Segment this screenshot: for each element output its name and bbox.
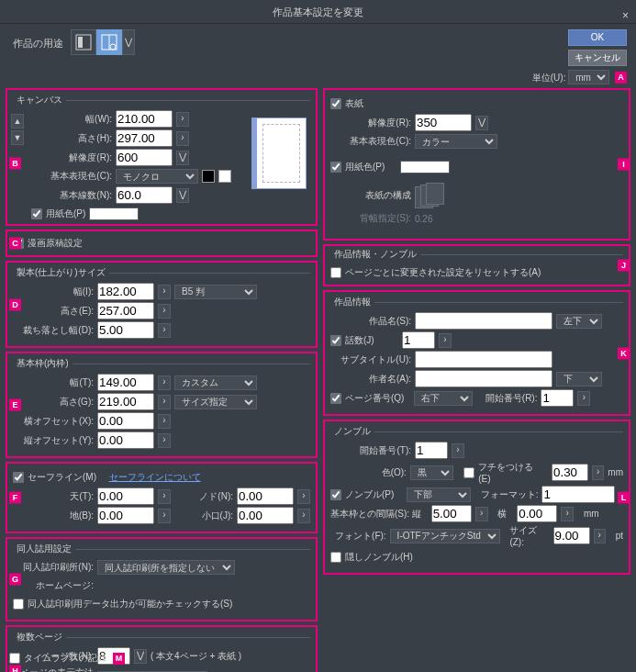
purpose-illustration-button[interactable]: [71, 29, 96, 55]
linew-step[interactable]: ⋁: [176, 188, 189, 203]
canvas-linewidth-input[interactable]: [116, 186, 173, 204]
printer-label: 同人誌印刷所(N):: [13, 561, 94, 574]
canvas-width-input[interactable]: [116, 110, 173, 128]
printer-select[interactable]: 同人誌印刷所を指定しない: [97, 560, 235, 575]
doujin-check-output[interactable]: [13, 599, 24, 610]
inner-w-step[interactable]: ›: [158, 375, 171, 390]
canvas-basecolor-select[interactable]: モノクロ: [116, 169, 198, 184]
nb-mm2: mm: [584, 509, 599, 519]
finish-w-step[interactable]: ›: [158, 285, 171, 299]
papercolor-label: 用紙色(P): [46, 207, 85, 220]
hoff-step[interactable]: ›: [158, 414, 171, 429]
inner-width-label: 幅(T):: [13, 376, 94, 389]
nb-font-select[interactable]: I-OTFアンチックStd B: [390, 529, 500, 543]
hoff-input[interactable]: [97, 412, 154, 430]
res-step[interactable]: ⋁: [176, 151, 189, 165]
rotate-down-button[interactable]: ▼: [11, 130, 24, 145]
purpose-comic-button[interactable]: [96, 29, 122, 55]
height-step[interactable]: ›: [176, 131, 189, 146]
papercolor-check[interactable]: [31, 208, 42, 219]
swatch-black[interactable]: [202, 170, 215, 183]
cover-res-input[interactable]: [415, 114, 472, 131]
nb-gaph-input[interactable]: [517, 505, 557, 522]
startno-step[interactable]: ›: [577, 391, 590, 406]
inner-height-label: 高さ(G):: [13, 396, 94, 409]
reset-perpage-check[interactable]: [330, 267, 341, 278]
safeline-link[interactable]: セーフラインについて: [109, 471, 201, 484]
koguchi-step[interactable]: ›: [297, 509, 310, 523]
cover-struct-icon[interactable]: [415, 183, 446, 208]
cover-res-step[interactable]: ⋁: [475, 116, 488, 130]
nb-check[interactable]: [330, 489, 341, 500]
rotate-up-button[interactable]: ▲: [11, 114, 24, 129]
nodo-step[interactable]: ›: [297, 489, 310, 504]
nb-size-step[interactable]: ›: [594, 529, 606, 543]
callout-b: B: [9, 158, 21, 170]
episode-step[interactable]: ›: [439, 333, 452, 348]
ten-input[interactable]: [97, 487, 154, 505]
cover-papercolor-swatch[interactable]: [400, 161, 450, 174]
cover-basecolor-select[interactable]: カラー: [415, 134, 497, 149]
pagecount-step[interactable]: ⋁: [134, 649, 147, 664]
finish-h-step[interactable]: ›: [158, 304, 171, 319]
worktitle-pos-select[interactable]: 左下: [556, 314, 602, 329]
cancel-button[interactable]: キャンセル: [568, 50, 627, 66]
inner-height-input[interactable]: [97, 393, 154, 410]
subtitle-input[interactable]: [415, 351, 552, 368]
ten-step[interactable]: ›: [158, 489, 171, 504]
inner-preset-select[interactable]: カスタム: [174, 375, 257, 390]
unit-select[interactable]: mm: [568, 70, 609, 84]
cover-check[interactable]: [330, 98, 341, 109]
pageno-check[interactable]: [330, 393, 341, 404]
spine-value: 0.26: [415, 214, 432, 224]
chi-input[interactable]: [97, 507, 154, 524]
nb-edge-check[interactable]: [463, 467, 474, 478]
pageno-pos-select[interactable]: 右下: [414, 391, 473, 406]
safeline-check[interactable]: [13, 472, 24, 483]
close-icon[interactable]: ×: [622, 4, 629, 28]
nb-gap-label: 基本枠との間隔(S): 縦: [330, 508, 421, 521]
finish-preset-select[interactable]: B5 判: [174, 285, 257, 299]
nb-edge-input[interactable]: [552, 464, 588, 481]
nb-gaph-step[interactable]: ›: [561, 507, 574, 521]
nb-fmt-input[interactable]: [541, 486, 615, 503]
finish-height-input[interactable]: [97, 302, 154, 319]
cover-papercolor-check[interactable]: [330, 162, 341, 173]
voff-label: 縦オフセット(Y):: [13, 434, 94, 447]
inner-width-input[interactable]: [97, 374, 154, 391]
bleed-step[interactable]: ›: [158, 323, 171, 338]
papercolor-swatch[interactable]: [89, 207, 139, 220]
nb-start-step[interactable]: ›: [452, 443, 464, 458]
purpose-more-button[interactable]: ⋁: [122, 29, 135, 55]
voff-step[interactable]: ›: [158, 433, 171, 448]
width-step[interactable]: ›: [176, 112, 189, 127]
bleed-input[interactable]: [97, 321, 154, 339]
inner-h-step[interactable]: ›: [158, 395, 171, 409]
canvas-preview: [251, 118, 307, 189]
ok-button[interactable]: OK: [568, 29, 627, 46]
worktitle-input[interactable]: [415, 312, 552, 330]
nb-edge-step[interactable]: ›: [592, 465, 604, 480]
nb-hidden-check[interactable]: [330, 552, 341, 563]
nb-start-input[interactable]: [415, 442, 448, 459]
nb-color-select[interactable]: 黒: [410, 465, 454, 480]
finish-width-input[interactable]: [97, 283, 154, 300]
canvas-height-input[interactable]: [116, 129, 173, 147]
episode-input[interactable]: [402, 331, 435, 349]
nodo-input[interactable]: [237, 487, 294, 505]
nb-gapv-input[interactable]: [431, 505, 472, 522]
inner-size-select[interactable]: サイズ指定: [174, 395, 257, 409]
author-input[interactable]: [415, 370, 552, 387]
voff-input[interactable]: [97, 431, 154, 449]
timelapse-check[interactable]: [9, 653, 20, 664]
koguchi-input[interactable]: [237, 507, 294, 524]
chi-step[interactable]: ›: [158, 509, 171, 523]
author-pos-select[interactable]: 下: [556, 372, 602, 386]
episode-check[interactable]: [330, 335, 341, 346]
startno-input[interactable]: [541, 389, 574, 407]
canvas-res-input[interactable]: [116, 149, 173, 166]
nb-size-input[interactable]: [553, 527, 590, 544]
swatch-white[interactable]: [218, 170, 231, 183]
nb-gapv-step[interactable]: ›: [475, 507, 488, 521]
nb-pos-select[interactable]: 下部: [407, 487, 471, 502]
